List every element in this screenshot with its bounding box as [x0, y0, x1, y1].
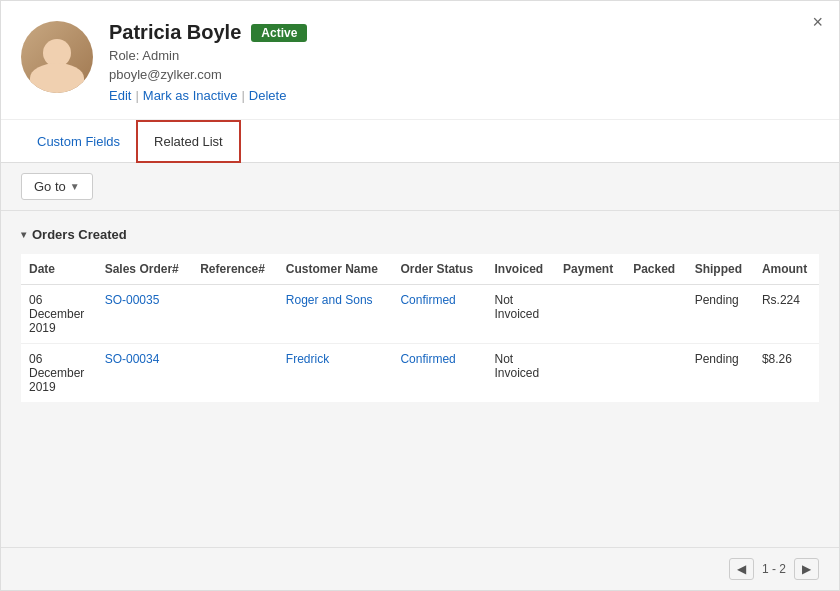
cell-customer-name[interactable]: Roger and Sons: [278, 285, 393, 344]
profile-name: Patricia Boyle: [109, 21, 241, 44]
cell-shipped: Pending: [687, 344, 754, 403]
cell-amount: $8.26: [754, 344, 819, 403]
tab-related-list[interactable]: Related List: [136, 120, 241, 163]
profile-actions: Edit | Mark as Inactive | Delete: [109, 88, 307, 103]
role-label: Role:: [109, 48, 139, 63]
cell-payment: [555, 344, 625, 403]
cell-date: 06 December 2019: [21, 285, 97, 344]
pagination-next-button[interactable]: ▶: [794, 558, 819, 580]
col-order-status: Order Status: [392, 254, 486, 285]
collapse-arrow-icon[interactable]: ▾: [21, 229, 26, 240]
cell-reference: [192, 344, 278, 403]
col-sales-order: Sales Order#: [97, 254, 193, 285]
cell-packed: [625, 344, 687, 403]
profile-email: pboyle@zylker.com: [109, 67, 307, 82]
content-section: ▾ Orders Created Date Sales Order# Refer…: [1, 211, 839, 547]
mark-inactive-link[interactable]: Mark as Inactive: [143, 88, 238, 103]
profile-name-row: Patricia Boyle Active: [109, 21, 307, 44]
table-row: 06 December 2019SO-00034FredrickConfirme…: [21, 344, 819, 403]
col-reference: Reference#: [192, 254, 278, 285]
col-invoiced: Invoiced: [487, 254, 556, 285]
cell-packed: [625, 285, 687, 344]
divider-1: |: [135, 88, 138, 103]
table-row: 06 December 2019SO-00035Roger and SonsCo…: [21, 285, 819, 344]
cell-amount: Rs.224: [754, 285, 819, 344]
toolbar: Go to ▼: [1, 163, 839, 211]
edit-link[interactable]: Edit: [109, 88, 131, 103]
orders-section-header: ▾ Orders Created: [21, 227, 819, 242]
cell-customer-name[interactable]: Fredrick: [278, 344, 393, 403]
status-badge: Active: [251, 24, 307, 42]
col-payment: Payment: [555, 254, 625, 285]
cell-shipped: Pending: [687, 285, 754, 344]
orders-section-title: Orders Created: [32, 227, 127, 242]
modal: × Patricia Boyle Active Role: Admin pboy…: [0, 0, 840, 591]
cell-reference: [192, 285, 278, 344]
delete-link[interactable]: Delete: [249, 88, 287, 103]
goto-label: Go to: [34, 179, 66, 194]
col-packed: Packed: [625, 254, 687, 285]
col-date: Date: [21, 254, 97, 285]
cell-invoiced: Not Invoiced: [487, 344, 556, 403]
pagination-range: 1 - 2: [762, 562, 786, 576]
tab-custom-fields[interactable]: Custom Fields: [21, 120, 136, 162]
cell-order-status[interactable]: Confirmed: [392, 344, 486, 403]
cell-date: 06 December 2019: [21, 344, 97, 403]
cell-payment: [555, 285, 625, 344]
table-header-row: Date Sales Order# Reference# Customer Na…: [21, 254, 819, 285]
role-value: Admin: [142, 48, 179, 63]
cell-sales-order[interactable]: SO-00034: [97, 344, 193, 403]
profile-info: Patricia Boyle Active Role: Admin pboyle…: [109, 21, 307, 103]
orders-table-container: Date Sales Order# Reference# Customer Na…: [21, 254, 819, 402]
profile-section: Patricia Boyle Active Role: Admin pboyle…: [1, 1, 839, 120]
avatar: [21, 21, 93, 93]
orders-table: Date Sales Order# Reference# Customer Na…: [21, 254, 819, 402]
tabs-section: Custom Fields Related List: [1, 120, 839, 163]
pagination-prev-button[interactable]: ◀: [729, 558, 754, 580]
cell-invoiced: Not Invoiced: [487, 285, 556, 344]
divider-2: |: [241, 88, 244, 103]
close-button[interactable]: ×: [812, 13, 823, 31]
col-amount: Amount: [754, 254, 819, 285]
goto-button[interactable]: Go to ▼: [21, 173, 93, 200]
chevron-down-icon: ▼: [70, 181, 80, 192]
col-shipped: Shipped: [687, 254, 754, 285]
col-customer-name: Customer Name: [278, 254, 393, 285]
pagination: ◀ 1 - 2 ▶: [1, 547, 839, 590]
cell-order-status[interactable]: Confirmed: [392, 285, 486, 344]
cell-sales-order[interactable]: SO-00035: [97, 285, 193, 344]
profile-role: Role: Admin: [109, 48, 307, 63]
